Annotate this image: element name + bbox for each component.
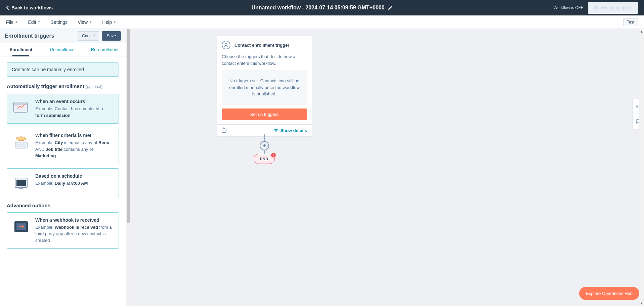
svg-point-21 [636, 107, 637, 108]
save-button[interactable]: Save [102, 31, 121, 41]
card-when-event-occurs[interactable]: When an event occurs Example: Contact ha… [7, 94, 119, 124]
show-details-link[interactable]: Show details [273, 128, 307, 133]
svg-point-12 [275, 130, 276, 131]
svg-point-14 [637, 105, 638, 105]
card-title: When an event occurs [35, 99, 114, 104]
svg-point-17 [636, 106, 637, 107]
svg-point-22 [637, 107, 638, 108]
warning-badge-icon: ! [271, 153, 276, 158]
schedule-illustration-icon [12, 173, 31, 192]
contact-icon [222, 41, 230, 49]
menu-settings[interactable]: Settings [51, 19, 68, 25]
svg-point-2 [16, 137, 26, 141]
workflow-title-wrap: Unnamed workflow - 2024-07-14 05:09:59 G… [251, 5, 392, 11]
back-to-workflows-link[interactable]: Back to workflows [6, 5, 53, 10]
workflow-canvas[interactable]: Contact enrollment trigger Choose the tr… [130, 29, 644, 306]
svg-rect-8 [19, 187, 23, 189]
card-title: Based on a schedule [35, 173, 114, 179]
test-button[interactable]: Test [623, 18, 638, 26]
pencil-icon[interactable] [388, 5, 393, 10]
card-example: Example: Webhook is received from a thir… [35, 224, 114, 244]
svg-rect-3 [15, 142, 27, 148]
tab-unenrollment[interactable]: Unenrollment [42, 43, 84, 56]
menu-file[interactable]: File▼ [6, 19, 18, 25]
card-example: Example: City is equal to any of Reno AN… [35, 139, 114, 159]
svg-rect-1 [14, 102, 27, 105]
chevron-down-icon: ▼ [113, 20, 116, 24]
card-title: When filter criteria is met [35, 133, 114, 138]
card-based-on-schedule[interactable]: Based on a schedule Example: Daily at 8:… [7, 168, 119, 197]
sidebar-tabs: Enrollment Unenrollment Re-enrollment [0, 43, 126, 56]
contact-enrollment-trigger-card: Contact enrollment trigger Choose the tr… [217, 36, 312, 137]
menu-help[interactable]: Help▼ [102, 19, 116, 25]
svg-point-18 [637, 106, 638, 107]
scroll-up-icon[interactable]: ▲ [639, 29, 644, 34]
add-action-button[interactable]: + [260, 141, 269, 150]
tab-re-enrollment[interactable]: Re-enrollment [84, 43, 126, 56]
end-node[interactable]: END ! [254, 154, 275, 164]
card-title: When a webhook is received [35, 217, 114, 223]
trigger-card-header: Contact enrollment trigger [217, 36, 312, 52]
filter-illustration-icon [12, 133, 31, 151]
card-when-filter-criteria-met[interactable]: When filter criteria is met Example: Cit… [7, 128, 119, 164]
scroll-down-icon[interactable]: ▼ [639, 301, 644, 306]
sidebar-panel: Enrollment triggers Cancel Save Enrollme… [0, 29, 126, 306]
explore-operations-hub-button[interactable]: Explore Operations Hub [579, 287, 639, 300]
svg-point-11 [225, 43, 227, 45]
trigger-empty-state: No triggers set. Contacts can still be e… [222, 71, 307, 104]
sidebar-header: Enrollment triggers Cancel Save [0, 29, 126, 43]
card-when-webhook-received[interactable]: When a webhook is received Example: Webh… [7, 212, 119, 249]
trigger-card-title: Contact enrollment trigger [234, 43, 289, 48]
chevron-down-icon: ▼ [15, 20, 18, 24]
advanced-options-title: Advanced options [7, 203, 119, 208]
tab-enrollment[interactable]: Enrollment [0, 43, 42, 56]
menu-edit[interactable]: Edit▼ [28, 19, 40, 25]
trigger-card-description: Choose the triggers that decide how a co… [217, 52, 312, 71]
svg-rect-7 [16, 180, 26, 186]
cancel-button[interactable]: Cancel [78, 31, 99, 41]
back-label: Back to workflows [11, 5, 53, 10]
sidebar-body: Contacts can be manually enrolled Automa… [0, 56, 126, 306]
review-publish-button[interactable]: Review and publish [588, 2, 638, 14]
menubar: File▼ Edit▼ Settings View▼ Help▼ Test [0, 15, 644, 29]
chevron-left-icon [6, 5, 9, 10]
clipboard-icon[interactable] [222, 128, 226, 133]
canvas-scrollbar[interactable]: ▲ ▼ [639, 29, 644, 306]
chevron-down-icon: ▼ [38, 20, 41, 24]
webhook-illustration-icon [12, 217, 31, 236]
manual-enroll-alert: Contacts can be manually enrolled [7, 62, 119, 77]
chevron-down-icon: ▼ [89, 20, 92, 24]
workflow-status: Workflow is OFF [554, 5, 583, 10]
sidebar-title: Enrollment triggers [5, 33, 54, 39]
sidebar-scrollbar[interactable] [126, 29, 130, 306]
card-example: Example: Contact has completed a form su… [35, 105, 114, 119]
event-illustration-icon [12, 99, 31, 118]
eye-icon [273, 129, 278, 132]
workflow-title: Unnamed workflow - 2024-07-14 05:09:59 G… [251, 5, 384, 11]
svg-point-13 [636, 105, 637, 105]
auto-trigger-title: Automatically trigger enrollment (option… [7, 83, 119, 89]
setup-triggers-button[interactable]: Set up triggers [222, 108, 307, 120]
topbar: Back to workflows Unnamed workflow - 202… [0, 0, 644, 15]
end-label: END [260, 157, 268, 161]
card-example: Example: Daily at 8:00 AM [35, 180, 114, 187]
menu-view[interactable]: View▼ [78, 19, 92, 25]
